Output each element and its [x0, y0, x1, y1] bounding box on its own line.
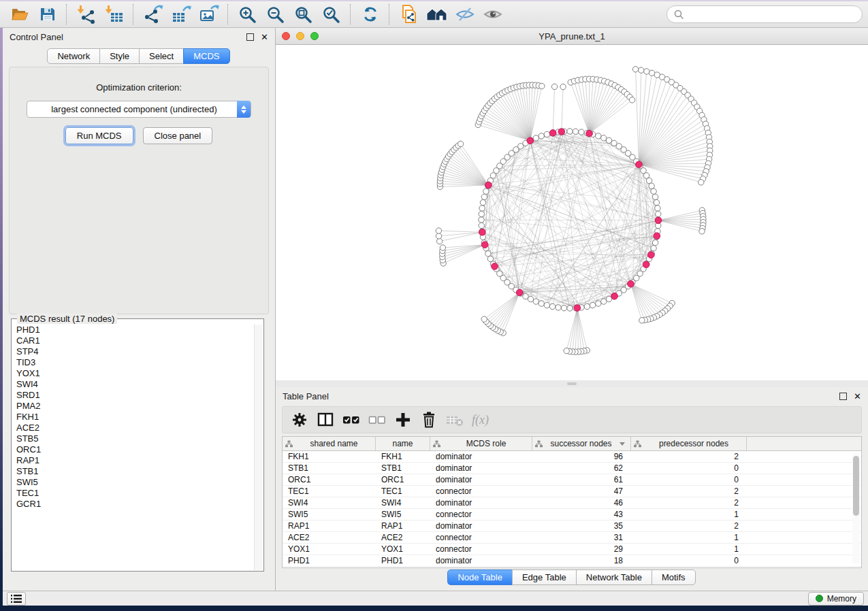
table-settings-button[interactable] — [287, 409, 312, 431]
refresh-button[interactable] — [356, 3, 384, 26]
table-row[interactable]: ORC1ORC1dominator610 — [283, 474, 861, 486]
table-cell: 29 — [532, 544, 631, 555]
scrollbar-thumb[interactable] — [853, 456, 859, 516]
table-row[interactable]: YOX1YOX1connector291 — [283, 544, 861, 555]
column-header-name[interactable]: name — [376, 437, 430, 450]
mcds-result-item[interactable]: STB5 — [16, 433, 255, 444]
column-label: shared name — [295, 439, 372, 448]
gear-icon — [291, 411, 308, 429]
zoom-out-button[interactable] — [261, 3, 289, 26]
column-header-shared-name[interactable]: shared name — [283, 437, 376, 450]
mcds-result-item[interactable]: ACE2 — [16, 423, 255, 433]
tab-edge-table[interactable]: Edge Table — [512, 569, 577, 585]
table-scrollbar[interactable] — [852, 453, 860, 563]
tab-motifs[interactable]: Motifs — [652, 569, 696, 585]
optimization-criterion-select[interactable]: largest connected component (undirected) — [27, 101, 251, 118]
table-cell: 2 — [631, 521, 747, 531]
table-cell: dominator — [430, 463, 532, 474]
mcds-result-item[interactable]: YOX1 — [16, 368, 255, 379]
table-row[interactable]: TEC1TEC1connector472 — [283, 486, 861, 497]
search-input[interactable] — [688, 9, 855, 20]
import-table-button[interactable] — [100, 3, 128, 26]
zoom-selected-button[interactable] — [317, 3, 345, 26]
float-panel-icon[interactable] — [246, 33, 254, 41]
table-cell: 0 — [631, 555, 747, 566]
plus-icon — [395, 412, 411, 428]
zoom-fit-button[interactable] — [289, 3, 317, 26]
mcds-result-item[interactable]: FKH1 — [16, 412, 255, 423]
table-row[interactable]: ACE2ACE2connector311 — [283, 532, 861, 544]
table-cell: 0 — [631, 474, 747, 485]
zoom-selected-icon — [322, 5, 340, 24]
deselect-all-button[interactable] — [364, 409, 390, 431]
clone-network-button[interactable] — [395, 3, 423, 26]
optimization-selected-value: largest connected component (undirected) — [27, 104, 237, 114]
mcds-result-item[interactable]: PMA2 — [16, 401, 255, 412]
mcds-result-item[interactable]: TID3 — [16, 357, 255, 368]
export-image-button[interactable] — [195, 3, 223, 26]
show-all-button[interactable] — [479, 3, 507, 26]
zoom-out-icon — [266, 5, 285, 24]
table-cell: RAP1 — [376, 521, 430, 531]
first-neighbors-button[interactable] — [423, 3, 451, 26]
table-row[interactable]: PHD1PHD1dominator180 — [283, 555, 861, 567]
tab-select[interactable]: Select — [139, 48, 184, 64]
attribute-tree-icon — [285, 440, 295, 448]
table-row[interactable]: SWI4SWI4dominator462 — [283, 497, 861, 509]
import-network-button[interactable] — [72, 3, 100, 26]
panel-menu-button[interactable] — [7, 592, 26, 606]
run-mcds-button[interactable]: Run MCDS — [65, 127, 133, 144]
delete-column-button[interactable] — [416, 409, 442, 431]
float-panel-icon[interactable] — [839, 393, 847, 400]
network-graph[interactable] — [276, 45, 868, 380]
tab-mcds[interactable]: MCDS — [183, 48, 229, 64]
mcds-list-scrollbar[interactable] — [254, 325, 263, 570]
tab-network-table[interactable]: Network Table — [576, 569, 652, 585]
tab-node-table[interactable]: Node Table — [447, 569, 513, 585]
table-panel: Table Panel ✕ — [276, 387, 868, 591]
table-row[interactable]: STB1STB1dominator620 — [283, 463, 861, 474]
table-cell: ACE2 — [376, 532, 430, 543]
mcds-result-item[interactable]: RAP1 — [16, 455, 255, 466]
mcds-result-item[interactable]: TEC1 — [16, 488, 255, 499]
export-network-button[interactable] — [139, 3, 167, 26]
close-panel-icon[interactable]: ✕ — [261, 33, 268, 42]
control-panel: Control Panel ✕ NetworkStyleSelectMCDS O… — [3, 28, 276, 591]
close-panel-icon[interactable]: ✕ — [854, 392, 861, 401]
open-session-button[interactable] — [5, 3, 33, 26]
table-row[interactable]: RAP1RAP1dominator352 — [283, 521, 861, 532]
zoom-in-button[interactable] — [234, 3, 261, 26]
hide-selected-button[interactable] — [451, 3, 479, 26]
close-panel-button[interactable]: Close panel — [143, 127, 213, 144]
mcds-result-item[interactable]: PHD1 — [16, 325, 255, 335]
tab-network[interactable]: Network — [47, 48, 100, 64]
add-column-button[interactable] — [390, 409, 416, 431]
save-session-button[interactable] — [33, 3, 61, 26]
table-row[interactable]: FKH1FKH1dominator962 — [283, 451, 861, 463]
column-header-predecessor-nodes[interactable]: predecessor nodes — [631, 437, 747, 450]
show-columns-button[interactable] — [312, 409, 338, 431]
search-field[interactable] — [666, 5, 863, 23]
toolbar-separator — [227, 4, 229, 24]
mcds-result-item[interactable]: SWI4 — [16, 379, 255, 390]
select-all-button[interactable] — [338, 409, 364, 431]
mcds-result-item[interactable]: STB1 — [16, 466, 255, 477]
table-row[interactable]: SWI5SWI5connector431 — [283, 509, 861, 521]
tab-style[interactable]: Style — [99, 48, 140, 64]
mcds-result-item[interactable]: ORC1 — [16, 444, 255, 455]
mcds-result-item[interactable]: CAR1 — [16, 335, 255, 346]
export-table-button[interactable] — [167, 3, 195, 26]
mcds-result-item[interactable]: SRD1 — [16, 390, 255, 401]
mcds-result-item[interactable]: GCR1 — [16, 499, 255, 510]
attribute-tree-icon — [433, 440, 443, 448]
memory-button[interactable]: Memory — [808, 592, 864, 606]
control-panel-tabs: NetworkStyleSelectMCDS — [3, 48, 275, 64]
mcds-result-item[interactable]: STP4 — [16, 346, 255, 357]
function-builder-button-disabled: f(x) — [472, 413, 489, 427]
horizontal-splitter[interactable] — [276, 380, 868, 387]
network-canvas[interactable] — [276, 45, 868, 380]
column-header-mcds-role[interactable]: MCDS role — [430, 437, 532, 450]
mcds-result-item[interactable]: SWI5 — [16, 477, 255, 488]
column-header-successor-nodes[interactable]: successor nodes — [532, 437, 631, 450]
refresh-icon — [361, 5, 380, 24]
